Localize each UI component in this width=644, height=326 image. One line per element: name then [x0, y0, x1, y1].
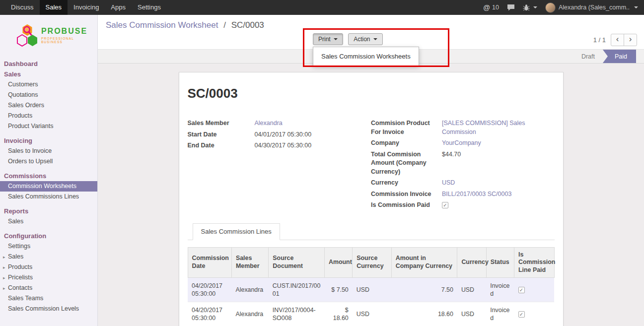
sidebar-item-sales-commissions-lines[interactable]: Sales Commissions Lines: [0, 192, 97, 202]
sidebar-item-sales-to-invoice[interactable]: Sales to Invoice: [0, 146, 97, 156]
col-header-source-document: Source Document: [269, 247, 325, 278]
form-sheet: SC/0003 Sales Member Alexandra Start Dat…: [179, 72, 564, 326]
print-button-label: Print: [318, 36, 331, 43]
sidebar-section-commissions[interactable]: Commissions: [0, 171, 97, 181]
chevron-down-icon: [373, 38, 377, 40]
sidebar-item-settings[interactable]: Settings: [0, 241, 97, 252]
user-menu[interactable]: Alexandra (Sales_comm..: [545, 2, 638, 13]
sidebar-item-products[interactable]: Products: [0, 111, 97, 121]
field-group-left: Sales Member Alexandra Start Date 04/01/…: [188, 119, 371, 212]
checkmark-icon: ✓: [443, 202, 447, 209]
breadcrumb-separator: /: [223, 20, 226, 30]
sidebar-section-configuration[interactable]: Configuration: [0, 231, 97, 241]
cell-line-paid: ✓: [514, 302, 554, 326]
field-label: Is Commission Paid: [371, 201, 442, 210]
print-dropdown-menu: Sales Commission Worksheets: [313, 47, 419, 66]
sidebar-section-reports[interactable]: Reports: [0, 206, 97, 216]
col-header-amount: Amount: [324, 247, 352, 278]
sidebar-item-product-variants[interactable]: Product Variants: [0, 121, 97, 131]
status-paid[interactable]: Paid: [603, 50, 636, 63]
field-label: Currency: [371, 179, 442, 188]
sidebar-section-invoicing[interactable]: Invoicing: [0, 135, 97, 146]
brand-name: PROBUSE: [41, 27, 94, 36]
breadcrumb-current: SC/0003: [231, 20, 264, 30]
sidebar-section-sales[interactable]: Sales: [0, 69, 97, 79]
sidebar-section-dashboard[interactable]: Dashboard: [0, 59, 97, 69]
field-label: Company: [371, 139, 442, 148]
field-label: Sales Member: [188, 119, 255, 128]
end-date-value: 04/30/2017 05:30:00: [255, 141, 312, 150]
sidebar-item-customers[interactable]: Customers: [0, 79, 97, 90]
sidebar-item-sales-commission-levels[interactable]: Sales Commission Levels: [0, 304, 97, 314]
table-header-row: Commission Date Sales Member Source Docu…: [188, 247, 554, 278]
messages-button[interactable]: [507, 4, 515, 11]
field-commission-invoice: Commission Invoice BILL/2017/0003 SC/000…: [371, 190, 555, 199]
commission-product-link[interactable]: [SALES COMMISSION] Sales Commission: [442, 119, 555, 136]
menu-invoicing[interactable]: Invoicing: [68, 0, 105, 15]
col-header-line-paid: Is Commission Line Paid: [514, 247, 554, 278]
sidebar-item-quotations[interactable]: Quotations: [0, 90, 97, 100]
menu-sales[interactable]: Sales: [40, 0, 68, 15]
table-row[interactable]: 04/20/2017 05:30:00 Alexandra INV/2017/0…: [188, 302, 554, 326]
expand-arrow-icon: ▸: [3, 274, 5, 281]
action-button[interactable]: Action: [348, 33, 382, 45]
field-label: Start Date: [188, 130, 255, 139]
main-area: Sales Commission Worksheet / SC/0003 Pri…: [98, 15, 644, 326]
field-sales-member: Sales Member Alexandra: [188, 119, 371, 128]
menu-settings[interactable]: Settings: [132, 0, 167, 15]
breadcrumb-parent-link[interactable]: Sales Commission Worksheet: [106, 20, 218, 30]
col-header-amount-company-currency: Amount in Company Currency: [391, 247, 457, 278]
field-label: End Date: [188, 141, 255, 150]
pager-next-button[interactable]: ›: [624, 34, 637, 46]
field-start-date: Start Date 04/01/2017 05:30:00: [188, 130, 371, 139]
debug-menu-button[interactable]: [523, 4, 537, 11]
sidebar-item-reports-sales[interactable]: Sales: [0, 216, 97, 227]
sidebar-item-label: Sales: [8, 253, 23, 260]
currency-link[interactable]: USD: [442, 179, 455, 188]
pager: 1 / 1 ‹ ›: [593, 34, 637, 46]
cell-sales-member: Alexandra: [231, 302, 268, 326]
status-draft[interactable]: Draft: [573, 50, 603, 63]
col-header-currency: Currency: [457, 247, 486, 278]
field-label: Commision Product For Invoice: [371, 119, 442, 136]
sidebar-item-config-sales[interactable]: ▸ Sales: [0, 252, 97, 262]
field-end-date: End Date 04/30/2017 05:30:00: [188, 141, 371, 150]
sidebar-item-sales-orders[interactable]: Sales Orders: [0, 100, 97, 111]
menu-apps[interactable]: Apps: [105, 0, 132, 15]
sidebar-item-sales-teams[interactable]: Sales Teams: [0, 293, 97, 304]
sales-member-link[interactable]: Alexandra: [255, 119, 283, 128]
topbar: Discuss Sales Invoicing Apps Settings @ …: [0, 0, 644, 15]
line-paid-checkbox[interactable]: ✓: [518, 287, 525, 293]
field-currency: Currency USD: [371, 179, 555, 188]
expand-arrow-icon: ▸: [3, 254, 5, 261]
sidebar-item-pricelists[interactable]: ▸ Pricelists: [0, 272, 97, 283]
pager-previous-button[interactable]: ‹: [611, 34, 624, 46]
control-panel: Sales Commission Worksheet / SC/0003 Pri…: [98, 15, 644, 50]
record-title: SC/0003: [188, 86, 555, 101]
print-button[interactable]: Print: [313, 33, 343, 45]
sidebar-item-contacts[interactable]: ▸ Contacts: [0, 283, 97, 293]
probuse-logo: PROBUSE PROFESSIONAL BUSINESS: [0, 15, 97, 55]
cell-source-document: CUST.IN/2017/0001: [269, 278, 325, 302]
start-date-value: 04/01/2017 05:30:00: [255, 130, 312, 139]
menu-discuss[interactable]: Discuss: [5, 0, 40, 15]
sidebar-item-commission-worksheets[interactable]: Commission Worksheets: [0, 181, 97, 192]
checkmark-icon: ✓: [519, 311, 523, 318]
tab-sales-commission-lines[interactable]: Sales Commission Lines: [193, 223, 280, 240]
cell-amount-company-currency: 7.50: [391, 278, 457, 302]
company-link[interactable]: YourCompany: [442, 139, 481, 148]
cell-source-currency: USD: [353, 302, 391, 326]
cell-amount: $ 7.50: [324, 278, 352, 302]
cell-commission-date: 04/20/2017 05:30:00: [188, 302, 231, 326]
is-commission-paid-checkbox[interactable]: ✓: [442, 202, 448, 208]
line-paid-checkbox[interactable]: ✓: [518, 311, 525, 318]
dropdown-item-sales-commission-worksheets[interactable]: Sales Commission Worksheets: [313, 50, 419, 63]
col-header-sales-member: Sales Member: [231, 247, 268, 278]
mentions-counter[interactable]: @ 10: [483, 3, 499, 11]
sidebar-item-label: Pricelists: [8, 274, 33, 281]
sidebar-item-orders-to-upsell[interactable]: Orders to Upsell: [0, 156, 97, 167]
chat-icon: [507, 4, 515, 11]
commission-invoice-link[interactable]: BILL/2017/0003 SC/0003: [442, 190, 511, 199]
table-row[interactable]: 04/20/2017 05:30:00 Alexandra CUST.IN/20…: [188, 278, 554, 302]
sidebar-item-config-products[interactable]: ▸ Products: [0, 262, 97, 272]
